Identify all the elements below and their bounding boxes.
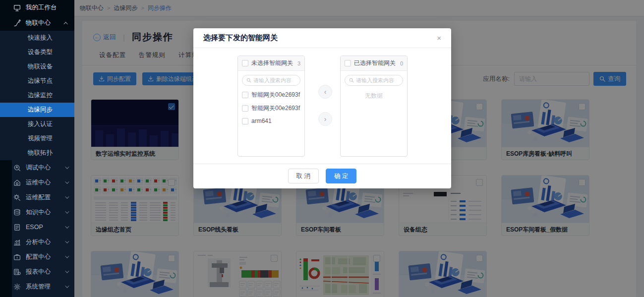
gateway-checkbox[interactable] <box>242 118 248 124</box>
analysis-icon <box>13 238 21 246</box>
config-icon <box>13 253 21 261</box>
sidebar-item-ESOP[interactable]: ESOP <box>0 220 74 235</box>
chevron-down-icon <box>65 194 69 198</box>
move-right-button[interactable]: › <box>318 112 332 126</box>
debug-icon <box>13 164 21 172</box>
sidebar-item-运维配置[interactable]: 运维配置 <box>0 190 74 205</box>
panel-title: 未选择智能网关 <box>251 59 293 67</box>
close-icon[interactable]: × <box>437 34 441 42</box>
ops-config-icon <box>13 194 21 201</box>
cancel-button[interactable]: 取 消 <box>288 169 319 183</box>
sidebar-item-label: 物联拓扑 <box>28 149 53 157</box>
gateway-label: 智能网关00e2693f... <box>251 104 300 113</box>
unselected-gateway-panel: 未选择智能网关 3 请输入搜索内容 智能网关00e2693f...智能网关00e… <box>237 56 305 157</box>
sidebar-item-label: 系统管理 <box>26 283 51 291</box>
sidebar-item-物联拓扑[interactable]: 物联拓扑 <box>0 146 74 160</box>
move-left-button[interactable]: ‹ <box>318 85 332 99</box>
sidebar-item-边缘节点[interactable]: 边缘节点 <box>0 74 74 88</box>
gateway-list-item[interactable]: 智能网关00e2693f... <box>238 102 304 115</box>
sidebar-item-物联中心[interactable]: 物联中心 <box>0 15 74 31</box>
chevron-down-icon <box>65 284 69 288</box>
sidebar-item-label: 调试中心 <box>26 164 51 172</box>
modal-body: 未选择智能网关 3 请输入搜索内容 智能网关00e2693f...智能网关00e… <box>193 48 451 164</box>
chevron-down-icon <box>65 179 69 183</box>
knowledge-icon <box>13 209 21 216</box>
modal-footer: 取 消 确 定 <box>193 164 451 188</box>
sidebar-item-label: 我的工作台 <box>26 3 57 12</box>
sidebar-item-label: ESOP <box>26 224 43 231</box>
sidebar-item-label: 报表中心 <box>26 268 51 276</box>
report-icon <box>13 268 21 276</box>
sidebar-item-接入认证[interactable]: 接入认证 <box>0 117 74 131</box>
empty-text: 无数据 <box>341 92 407 100</box>
panel-count: 3 <box>297 60 300 66</box>
confirm-button[interactable]: 确 定 <box>326 169 356 183</box>
gateway-select-modal: 选择要下发的智能网关 × 未选择智能网关 3 请输入搜索内容 智能网关00e26… <box>193 28 451 188</box>
sidebar-item-快速接入[interactable]: 快速接入 <box>0 31 74 45</box>
search-icon <box>349 78 354 83</box>
selected-gateway-panel: 已选择智能网关 0 请输入搜索内容 无数据 <box>340 56 408 157</box>
sidebar-item-边缘同步[interactable]: 边缘同步 <box>0 103 74 117</box>
gateway-search-input[interactable]: 请输入搜索内容 <box>345 75 403 86</box>
gateway-checkbox[interactable] <box>242 92 248 98</box>
sidebar-item-运维中心[interactable]: 运维中心 <box>0 175 74 190</box>
sidebar-item-label: 边缘节点 <box>28 77 53 85</box>
sidebar-item-物联设备[interactable]: 物联设备 <box>0 59 74 74</box>
esop-icon <box>13 224 21 231</box>
chevron-down-icon <box>65 209 69 213</box>
panel-count: 0 <box>400 60 403 66</box>
system-icon <box>13 283 21 291</box>
sidebar: 我的工作台物联中心快速接入设备类型物联设备边缘节点边缘监控边缘同步接入认证视频管… <box>0 0 74 297</box>
gateway-list-item[interactable]: arm641 <box>238 115 304 127</box>
sidebar-item-配置中心[interactable]: 配置中心 <box>0 249 74 264</box>
search-placeholder: 请输入搜索内容 <box>253 77 292 84</box>
gateway-list-item[interactable]: 智能网关00e2693f... <box>238 88 304 102</box>
search-placeholder: 请输入搜索内容 <box>356 77 394 84</box>
panel-title: 已选择智能网关 <box>354 59 396 67</box>
sidebar-item-label: 设备类型 <box>28 48 53 57</box>
sidebar-item-label: 边缘监控 <box>28 91 53 100</box>
sidebar-item-设备类型[interactable]: 设备类型 <box>0 45 74 59</box>
search-icon <box>246 78 251 83</box>
sidebar-item-label: 快速接入 <box>28 34 53 42</box>
sidebar-item-label: 知识中心 <box>26 208 51 217</box>
sidebar-item-分析中心[interactable]: 分析中心 <box>0 235 74 249</box>
gateway-label: arm641 <box>251 118 272 124</box>
chevron-down-icon <box>65 269 69 273</box>
panel-header: 未选择智能网关 3 <box>238 56 304 71</box>
sidebar-item-边缘监控[interactable]: 边缘监控 <box>0 88 74 103</box>
sidebar-item-视频管理[interactable]: 视频管理 <box>0 131 74 146</box>
sidebar-item-我的工作台[interactable]: 我的工作台 <box>0 0 74 15</box>
chevron-down-icon <box>65 239 69 243</box>
sidebar-item-知识中心[interactable]: 知识中心 <box>0 205 74 220</box>
sidebar-item-label: 视频管理 <box>28 134 53 143</box>
sidebar-item-label: 物联设备 <box>28 62 53 71</box>
chevron-down-icon <box>65 254 69 258</box>
sidebar-item-label: 物联中心 <box>26 19 51 27</box>
gateway-list: 智能网关00e2693f...智能网关00e2693f...arm641 <box>238 88 304 127</box>
sidebar-item-label: 运维中心 <box>26 178 51 187</box>
panel-header: 已选择智能网关 0 <box>341 56 407 71</box>
gateway-checkbox[interactable] <box>242 105 248 112</box>
modal-header: 选择要下发的智能网关 × <box>193 28 451 48</box>
chevron-up-icon <box>63 22 67 26</box>
gateway-search-input[interactable]: 请输入搜索内容 <box>242 75 300 86</box>
sidebar-item-label: 接入认证 <box>28 120 53 128</box>
sidebar-item-报表中心[interactable]: 报表中心 <box>0 264 74 279</box>
iot-icon <box>13 19 21 27</box>
chevron-down-icon <box>65 224 69 228</box>
gateway-label: 智能网关00e2693f... <box>251 91 300 99</box>
sidebar-item-label: 运维配置 <box>26 193 51 202</box>
sidebar-item-系统管理[interactable]: 系统管理 <box>0 279 74 294</box>
monitor-icon <box>13 4 21 11</box>
sidebar-item-label: 分析中心 <box>26 238 51 246</box>
ops-icon <box>13 179 21 186</box>
modal-title: 选择要下发的智能网关 <box>203 33 278 43</box>
sidebar-item-label: 边缘同步 <box>28 106 53 114</box>
sidebar-item-label: 配置中心 <box>26 253 51 261</box>
select-all-selected-checkbox[interactable] <box>345 60 351 66</box>
select-all-unselected-checkbox[interactable] <box>242 60 248 66</box>
chevron-down-icon <box>65 165 69 169</box>
sidebar-item-调试中心[interactable]: 调试中心 <box>0 160 74 175</box>
